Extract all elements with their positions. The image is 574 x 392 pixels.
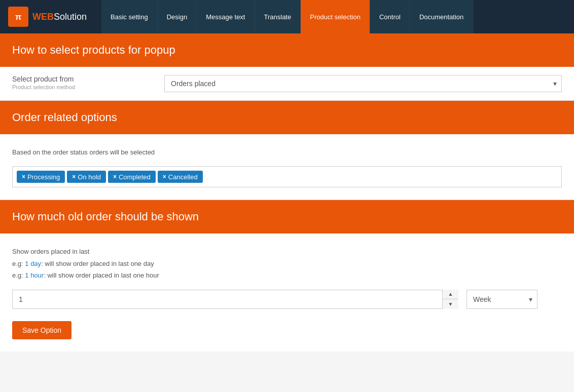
tag-completed[interactable]: × Completed <box>108 171 156 183</box>
nav-product-selection[interactable]: Product selection <box>301 0 370 33</box>
header: π WEBSolution Basic setting Design Messa… <box>0 0 574 33</box>
tag-processing[interactable]: × Processing <box>17 171 65 183</box>
orders-desc-line2-link[interactable]: 1 day <box>25 260 41 267</box>
logo-text: WEBSolution <box>32 12 87 22</box>
tag-cancelled[interactable]: × Cancelled <box>158 171 203 183</box>
orders-desc-line3-link[interactable]: 1 hour <box>25 271 44 279</box>
select-product-dropdown[interactable]: Orders placed Recently viewed Related pr… <box>164 75 562 92</box>
tag-processing-x[interactable]: × <box>22 173 25 180</box>
tag-on-hold-x[interactable]: × <box>72 173 76 180</box>
select-product-label: Select product from Product selection me… <box>12 75 164 90</box>
nav-basic-setting[interactable]: Basic setting <box>101 0 158 33</box>
nav-message-text[interactable]: Message text <box>197 0 255 33</box>
old-order-panel: Show orders placed in last e.g: 1 day: w… <box>0 233 574 351</box>
spinner-buttons: ▲ ▼ <box>442 290 458 309</box>
nav-translate[interactable]: Translate <box>255 0 301 33</box>
orders-desc-line2-pre: e.g: <box>12 260 25 267</box>
number-input[interactable] <box>12 290 458 309</box>
select-product-wrapper: Orders placed Recently viewed Related pr… <box>164 75 562 92</box>
nav-documentation[interactable]: Documentation <box>410 0 473 33</box>
nav-design[interactable]: Design <box>158 0 197 33</box>
tags-container: × Processing × On hold × Completed × Can… <box>12 166 562 187</box>
week-select-wrapper: Week Day Hour Month <box>467 290 537 309</box>
tag-completed-label: Completed <box>119 173 151 181</box>
select-product-main-label: Select product from <box>12 75 164 83</box>
number-row: ▲ ▼ Week Day Hour Month <box>12 290 562 309</box>
order-status-panel: Based on the order status orders will be… <box>0 134 574 200</box>
spinner-down[interactable]: ▼ <box>443 299 458 309</box>
orders-desc-line1: Show orders placed in last <box>12 248 89 255</box>
section3-header: How much old order should be shown <box>0 200 574 233</box>
select-product-sub-label: Product selection method <box>12 84 164 90</box>
select-product-control: Orders placed Recently viewed Related pr… <box>164 75 562 92</box>
section2-header: Order related options <box>0 101 574 134</box>
tag-completed-x[interactable]: × <box>113 173 117 180</box>
spinner-up[interactable]: ▲ <box>443 290 458 299</box>
content: How to select products for popup Select … <box>0 33 574 351</box>
tag-processing-label: Processing <box>27 173 60 181</box>
tag-on-hold[interactable]: × On hold <box>67 171 106 183</box>
orders-desc-line3-post: : will show order placed in last one hou… <box>44 271 159 279</box>
number-input-wrapper: ▲ ▼ <box>12 290 458 309</box>
order-status-desc: Based on the order status orders will be… <box>12 146 562 158</box>
section1-header: How to select products for popup <box>0 33 574 67</box>
tag-on-hold-label: On hold <box>78 173 101 181</box>
select-product-row: Select product from Product selection me… <box>0 67 574 100</box>
week-select[interactable]: Week Day Hour Month <box>467 290 537 309</box>
logo-icon: π <box>8 7 28 27</box>
orders-desc-line3-pre: e.g: <box>12 271 25 279</box>
svg-text:π: π <box>15 13 21 21</box>
logo: π WEBSolution <box>0 0 101 33</box>
save-option-button[interactable]: Save Option <box>12 321 71 339</box>
orders-desc-line2-post: : will show order placed in last one day <box>41 260 154 267</box>
main-nav: Basic setting Design Message text Transl… <box>101 0 574 33</box>
orders-desc: Show orders placed in last e.g: 1 day: w… <box>12 246 562 281</box>
nav-control[interactable]: Control <box>370 0 410 33</box>
tag-cancelled-x[interactable]: × <box>163 173 166 180</box>
tag-cancelled-label: Cancelled <box>168 173 198 181</box>
